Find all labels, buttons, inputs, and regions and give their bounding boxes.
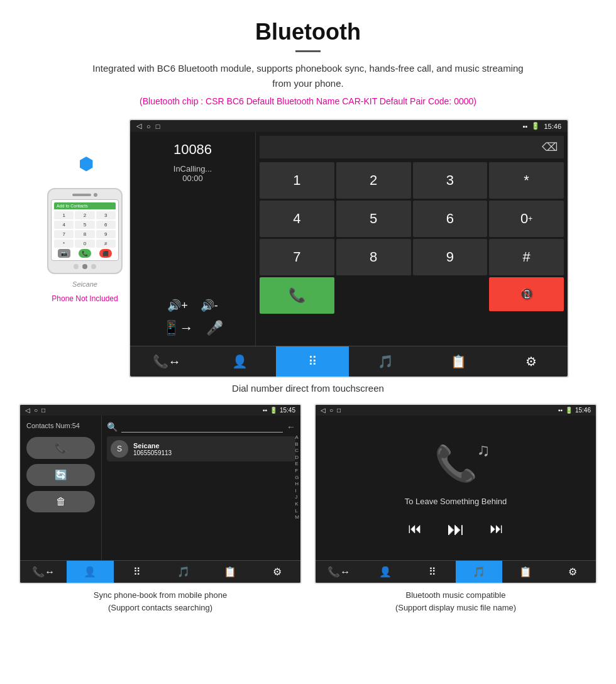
sim-icon: ▪▪ (523, 123, 528, 130)
nav-phone-book[interactable]: 📋 (422, 346, 495, 377)
dialer-main: 10086 InCalling... 00:00 🔊+ 🔊- 📱→ 🎤 (130, 132, 568, 346)
battery-icon: 🔋 (531, 122, 540, 130)
pb-nav-settings[interactable]: ⚙ (254, 561, 300, 583)
dial-1[interactable]: 1 (260, 162, 334, 199)
transfer-icon[interactable]: 📱→ (163, 320, 194, 336)
call-accept-button[interactable]: 📞 (260, 277, 334, 314)
dialpad-area: ⌫ 1 2 3 * 4 5 6 0+ 7 8 9 # 📞 (256, 132, 568, 346)
dial-0plus[interactable]: 0+ (489, 201, 564, 237)
music-icon-area: 📞 ♫ (434, 443, 478, 484)
call-info-panel: 10086 InCalling... 00:00 🔊+ 🔊- 📱→ 🎤 (130, 132, 256, 346)
back-icon: ◁ (136, 122, 141, 130)
pb-main: Contacts Num:54 📞 🔄 🗑 🔍 ← S Seicane (20, 416, 300, 560)
nav-phone-transfer[interactable]: 📞↔ (130, 346, 203, 377)
music-nav-settings[interactable]: ⚙ (549, 561, 596, 583)
page-title: Bluetooth (13, 19, 603, 45)
dial-6[interactable]: 6 (413, 201, 488, 237)
music-nav-book[interactable]: 📋 (502, 561, 549, 583)
phonebook-caption: Sync phone-book from mobile phone (Suppo… (19, 584, 302, 616)
nav-contacts[interactable]: 👤 (203, 346, 276, 377)
music-nav-contacts[interactable]: 👤 (362, 561, 409, 583)
pb-sim-icon: ▪▪ (263, 407, 267, 414)
next-button[interactable]: ⏭ (490, 521, 503, 537)
phone-not-included-label: Phone Not Included (52, 294, 118, 303)
dial-8[interactable]: 8 (336, 239, 411, 275)
phonebook-screen-block: ◁ ○ □ ▪▪ 🔋 15:45 Contacts Num:54 📞 🔄 🗑 (19, 404, 302, 616)
dialpad-input[interactable] (260, 136, 536, 158)
nav-bluetooth-music[interactable]: 🎵 (349, 346, 422, 377)
music-circle-icon: ○ (329, 407, 333, 414)
android-dialer-screen: ◁ ○ □ ▪▪ 🔋 15:46 10086 InCalling... 00:0… (129, 119, 569, 378)
pb-battery-icon: 🔋 (270, 407, 277, 414)
dial-5[interactable]: 5 (336, 201, 411, 237)
alpha-index: A B C D E F G H I J K L M (295, 434, 299, 521)
contact-avatar: S (111, 440, 128, 458)
dial-9[interactable]: 9 (413, 239, 488, 275)
volume-up-icon[interactable]: 🔊+ (167, 299, 188, 312)
contact-number: 10655059113 (133, 450, 172, 456)
dial-7[interactable]: 7 (260, 239, 334, 275)
bottom-navigation: 📞↔ 👤 ⠿ 🎵 📋 ⚙ (130, 346, 568, 377)
dialpad-grid: 1 2 3 * 4 5 6 0+ 7 8 9 # 📞 📵 (260, 162, 564, 314)
music-caption: Bluetooth music compatible (Support disp… (314, 584, 597, 616)
music-bottom-nav: 📞↔ 👤 ⠿ 🎵 📋 ⚙ (316, 560, 596, 583)
music-back-icon: ◁ (321, 407, 326, 414)
music-note-icon: ♫ (477, 440, 490, 460)
page-description: Integrated with BC6 Bluetooth module, su… (88, 61, 528, 91)
circle-icon: ○ (146, 123, 151, 130)
play-pause-button[interactable]: ⏭ (447, 519, 465, 539)
status-time: 15:46 (544, 123, 561, 130)
pb-time: 15:45 (280, 407, 295, 414)
dial-3[interactable]: 3 (413, 162, 488, 199)
bluetooth-info: (Bluetooth chip : CSR BC6 Default Blueto… (13, 96, 603, 106)
call-end-button[interactable]: 📵 (489, 277, 564, 311)
dial-hash[interactable]: # (489, 239, 564, 275)
backspace-button[interactable]: ⌫ (536, 136, 564, 158)
pb-bottom-nav: 📞↔ 👤 ⠿ 🎵 📋 ⚙ (20, 560, 300, 583)
phone-image: Add to Contacts 123 456 789 *0# 📷 📞 ⬛ (47, 188, 123, 274)
square-icon: □ (156, 123, 160, 130)
pb-search-back[interactable]: ← (287, 422, 295, 432)
pb-sync-btn[interactable]: 🔄 (26, 464, 95, 486)
dial-empty1 (336, 277, 411, 311)
nav-dialpad[interactable]: ⠿ (276, 346, 349, 377)
pb-contact-item[interactable]: S Seicane 10655059113 (107, 436, 295, 461)
pb-call-btn[interactable]: 📞 (26, 437, 95, 459)
dial-empty2 (413, 277, 488, 311)
call-status: InCalling... (140, 164, 246, 174)
contacts-count: Contacts Num:54 (26, 422, 95, 429)
pb-back-icon: ◁ (25, 407, 30, 414)
music-nav-phone[interactable]: 📞↔ (316, 561, 362, 583)
contact-name: Seicane (133, 442, 172, 450)
pb-delete-btn[interactable]: 🗑 (26, 491, 95, 512)
volume-down-icon[interactable]: 🔊- (201, 299, 218, 312)
pb-search-input[interactable] (121, 421, 283, 433)
music-screen-block: ◁ ○ □ ▪▪ 🔋 15:46 📞 ♫ To Leave Something … (314, 404, 597, 616)
prev-button[interactable]: ⏮ (408, 521, 422, 537)
pb-right-panel: 🔍 ← S Seicane 10655059113 A B (102, 416, 300, 560)
music-main: 📞 ♫ To Leave Something Behind ⏮ ⏭ ⏭ (316, 416, 596, 560)
pb-nav-phone[interactable]: 📞↔ (20, 561, 67, 583)
two-screens-row: ◁ ○ □ ▪▪ 🔋 15:45 Contacts Num:54 📞 🔄 🗑 (0, 404, 616, 616)
music-status-bar: ◁ ○ □ ▪▪ 🔋 15:46 (316, 405, 596, 416)
dial-4[interactable]: 4 (260, 201, 334, 237)
title-underline (295, 50, 321, 52)
pb-circle-icon: ○ (34, 407, 38, 414)
music-song-title: To Leave Something Behind (405, 497, 507, 506)
contact-info: Seicane 10655059113 (133, 442, 172, 456)
music-nav-bt[interactable]: 🎵 (456, 561, 502, 583)
pb-nav-book[interactable]: 📋 (207, 561, 253, 583)
call-actions: 🔊+ 🔊- 📱→ 🎤 (140, 299, 246, 336)
status-bar: ◁ ○ □ ▪▪ 🔋 15:46 (130, 120, 568, 132)
pb-nav-bt[interactable]: 🎵 (160, 561, 207, 583)
microphone-icon[interactable]: 🎤 (206, 320, 223, 336)
dial-2[interactable]: 2 (336, 162, 411, 199)
dial-star[interactable]: * (489, 162, 564, 199)
music-nav-dialpad[interactable]: ⠿ (409, 561, 456, 583)
pb-nav-dialpad[interactable]: ⠿ (114, 561, 160, 583)
music-controls: ⏮ ⏭ ⏭ (408, 519, 503, 539)
pb-square-icon: □ (41, 407, 45, 414)
pb-nav-contacts[interactable]: 👤 (67, 561, 113, 583)
call-time: 00:00 (140, 174, 246, 183)
nav-settings[interactable]: ⚙ (495, 346, 568, 377)
